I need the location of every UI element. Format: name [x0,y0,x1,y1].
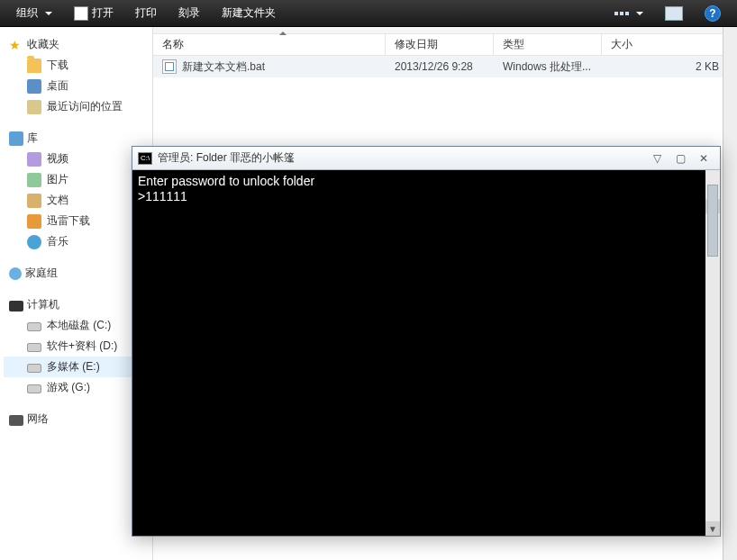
item-label: 视频 [47,151,68,167]
homegroup-group[interactable]: 家庭组 [4,263,149,284]
header-label: 类型 [503,37,524,52]
homegroup-icon [9,267,22,280]
disk-icon [27,384,41,393]
preview-pane-button[interactable] [654,6,694,21]
help-icon: ? [705,5,721,22]
sidebar-item-desktop[interactable]: 桌面 [4,76,149,96]
file-date: 2013/12/26 9:28 [395,60,473,73]
disk-icon [27,343,41,352]
header-label: 大小 [611,37,632,52]
view-icon [614,12,629,15]
sidebar-item-videos[interactable]: 视频 [4,149,149,169]
document-icon [27,194,41,208]
sidebar-item-disk-c[interactable]: 本地磁盘 (C:) [4,315,149,336]
recent-icon [27,100,41,114]
header-label: 名称 [162,37,184,52]
scrollbar-vertical[interactable] [723,27,737,560]
favorites-label: 收藏夹 [27,37,59,52]
thunder-icon [27,214,41,229]
cmd-input-line: >111111 [138,189,187,203]
file-size: 2 KB [696,60,719,73]
item-label: 多媒体 (E:) [47,359,100,375]
organize-label: 组织 [16,5,38,21]
help-button[interactable]: ? [694,5,732,22]
scroll-down-icon[interactable]: ▼ [705,521,720,536]
computer-icon [9,301,23,312]
cmd-output-line: Enter password to unlock folder [138,174,314,188]
folder-icon [27,59,41,73]
command-prompt-window: C:\ 管理员: Folder 罪恶的小帐篷 ▽ ▢ ✕ Enter passw… [132,146,721,537]
minimize-button[interactable]: ▽ [646,150,668,167]
computer-group[interactable]: 计算机 [4,294,149,315]
scroll-thumb[interactable] [707,185,718,257]
print-label: 打印 [135,5,157,21]
maximize-button[interactable]: ▢ [669,150,691,167]
item-label: 软件+资料 (D:) [47,339,117,354]
explorer-toolbar: 组织 打开 打印 刻录 新建文件夹 ? [0,0,737,27]
file-row[interactable]: 新建文本文档.bat 2013/12/26 9:28 Windows 批处理..… [153,56,737,77]
favorites-group[interactable]: ★收藏夹 [4,34,149,55]
sidebar-item-disk-d[interactable]: 软件+资料 (D:) [4,336,149,357]
header-label: 修改日期 [395,37,438,52]
item-label: 下载 [47,58,68,73]
cmd-titlebar[interactable]: C:\ 管理员: Folder 罪恶的小帐篷 ▽ ▢ ✕ [132,147,720,170]
column-headers: 名称 修改日期 类型 大小 [153,34,737,56]
sidebar-item-disk-g[interactable]: 游戏 (G:) [4,377,149,398]
item-label: 最近访问的位置 [47,99,123,114]
file-type: Windows 批处理... [503,59,591,75]
cmd-title-text: 管理员: Folder 罪恶的小帐篷 [158,150,295,166]
burn-label: 刻录 [178,5,200,21]
column-header-size[interactable]: 大小 [602,34,737,55]
sidebar-item-pictures[interactable]: 图片 [4,169,149,190]
libraries-label: 库 [27,131,38,146]
batch-file-icon [162,59,177,74]
item-label: 本地磁盘 (C:) [47,318,111,333]
sidebar-item-documents[interactable]: 文档 [4,190,149,211]
sidebar-item-downloads[interactable]: 下载 [4,55,149,76]
cmd-body[interactable]: Enter password to unlock folder >111111 … [132,170,720,536]
cmd-icon: C:\ [138,152,152,165]
sidebar-item-thunder[interactable]: 迅雷下载 [4,211,149,231]
network-group[interactable]: 网络 [4,409,149,429]
sidebar-item-music[interactable]: 音乐 [4,231,149,252]
disk-icon [27,364,41,373]
homegroup-label: 家庭组 [25,266,58,281]
computer-label: 计算机 [27,297,59,312]
item-label: 迅雷下载 [47,213,90,229]
library-icon [9,131,23,146]
newfolder-label: 新建文件夹 [222,5,276,21]
libraries-group[interactable]: 库 [4,128,149,149]
open-label: 打开 [92,5,114,21]
video-icon [27,152,41,167]
print-button[interactable]: 打印 [124,5,168,21]
open-button[interactable]: 打开 [63,5,124,21]
close-button[interactable]: ✕ [693,150,714,167]
navigation-pane: ★收藏夹 下载 桌面 最近访问的位置 库 视频 图片 文档 迅雷下载 音乐 家庭… [0,27,153,560]
column-header-date[interactable]: 修改日期 [386,34,494,55]
item-label: 游戏 (G:) [47,380,90,395]
item-label: 音乐 [47,234,68,249]
cmd-scrollbar[interactable]: ▲ ▼ [705,170,720,536]
newfolder-button[interactable]: 新建文件夹 [211,5,287,21]
item-label: 文档 [47,193,68,208]
star-icon: ★ [9,38,23,52]
organize-menu[interactable]: 组织 [5,5,63,21]
burn-button[interactable]: 刻录 [168,5,211,21]
picture-icon [27,173,41,187]
sidebar-item-disk-e[interactable]: 多媒体 (E:) [4,357,149,377]
open-icon [74,6,88,21]
network-label: 网络 [27,411,49,427]
preview-pane-icon [665,6,683,21]
column-header-type[interactable]: 类型 [494,34,602,55]
desktop-icon [27,79,41,94]
sort-indicator-icon [279,28,287,35]
file-name: 新建文本文档.bat [182,59,265,75]
column-header-name[interactable]: 名称 [153,34,386,55]
view-menu[interactable] [604,10,654,17]
disk-icon [27,322,41,331]
music-icon [27,235,41,249]
network-icon [9,415,23,426]
sidebar-item-recent[interactable]: 最近访问的位置 [4,96,149,117]
item-label: 图片 [47,172,68,187]
item-label: 桌面 [47,78,68,94]
